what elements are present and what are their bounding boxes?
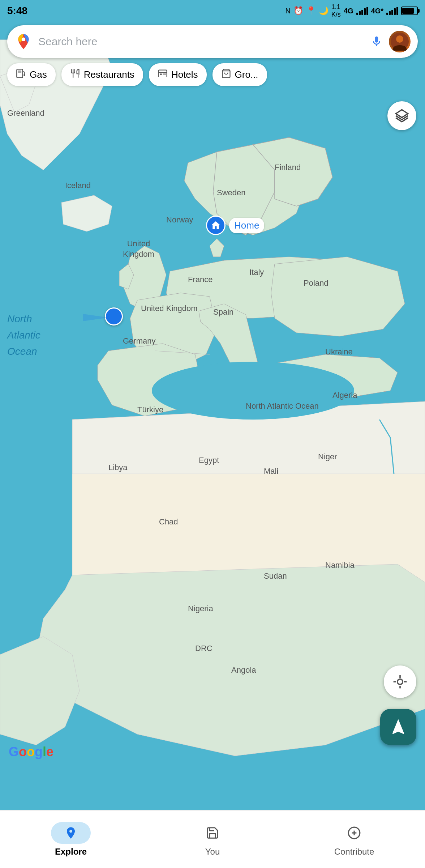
svg-point-2 — [398, 679, 403, 685]
google-g: G — [9, 744, 19, 759]
svg-point-7 — [22, 38, 25, 41]
label-uk: UnitedKingdom — [123, 239, 154, 259]
label-sweden: Sweden — [217, 188, 246, 197]
label-finland: Finland — [275, 163, 301, 172]
label-nigeria: Chad — [159, 517, 178, 527]
user-avatar[interactable] — [389, 31, 411, 52]
google-watermark: Google — [9, 744, 53, 760]
you-label: You — [205, 847, 220, 857]
location-icon: 📍 — [306, 6, 316, 16]
google-g2: g — [35, 744, 43, 759]
grocery-icon — [221, 68, 231, 81]
you-icon-wrap — [193, 822, 232, 844]
status-bar: 5:48 N ⏰ 📍 🌙 1.1K/s 4G 4G* — [0, 0, 425, 22]
label-france: United Kingdom — [141, 304, 198, 313]
map-area[interactable]: Greenland Iceland Norway Sweden Finland … — [0, 22, 425, 817]
network-4g-2: 4G* — [371, 7, 383, 15]
nav-contribute[interactable]: Contribute — [283, 822, 425, 857]
explore-icon-wrap — [51, 822, 91, 844]
label-turkey: Ukraine — [325, 347, 353, 357]
maps-logo — [14, 33, 33, 51]
label-spain: Germany — [123, 336, 155, 346]
label-sudan: Niger — [318, 452, 337, 461]
battery-indicator — [401, 7, 418, 15]
nav-you[interactable]: You — [142, 822, 283, 857]
map-svg — [0, 22, 425, 817]
label-tanzania: Namibia — [325, 561, 355, 570]
alarm-icon: ⏰ — [293, 6, 303, 16]
chip-hotels-label: Hotels — [171, 69, 198, 80]
label-greenland: Greenland — [7, 109, 44, 118]
signal-bars-2 — [386, 7, 398, 15]
explore-label: Explore — [55, 847, 87, 857]
label-norway: Norway — [166, 215, 193, 225]
svg-point-12 — [23, 74, 25, 76]
home-icon — [206, 216, 226, 235]
search-placeholder[interactable]: Search here — [38, 35, 369, 48]
signal-text: 1.1K/s — [331, 3, 341, 18]
svg-point-9 — [396, 35, 403, 43]
label-egypt: Algeria — [332, 391, 357, 400]
contribute-icon-wrap — [334, 822, 374, 844]
label-germany: France — [188, 275, 212, 284]
label-angola: Nigeria — [188, 604, 213, 613]
google-e: e — [46, 744, 53, 759]
label-iceland: Iceland — [65, 181, 91, 190]
chip-gas[interactable]: Gas — [7, 63, 56, 86]
gas-icon — [16, 68, 26, 81]
google-o1: o — [19, 744, 27, 759]
status-time: 5:48 — [7, 5, 27, 17]
chip-gas-label: Gas — [30, 69, 47, 80]
label-botswana: Angola — [231, 665, 256, 675]
moon-icon: 🌙 — [319, 6, 329, 16]
svg-rect-14 — [163, 73, 166, 75]
layer-toggle-button[interactable] — [387, 101, 416, 130]
nav-explore[interactable]: Explore — [0, 822, 142, 857]
svg-point-0 — [152, 362, 354, 420]
label-italy: Spain — [213, 307, 233, 317]
mic-button[interactable] — [369, 34, 385, 50]
chip-groceries[interactable]: Gro... — [212, 63, 267, 86]
location-dot-inner — [105, 307, 123, 326]
hotel-icon — [158, 68, 168, 81]
location-dot — [105, 307, 123, 326]
svg-point-13 — [160, 73, 162, 75]
restaurant-icon — [70, 68, 80, 81]
network-indicator: N — [285, 7, 290, 15]
svg-rect-10 — [17, 69, 22, 77]
chip-restaurants-label: Restaurants — [84, 69, 134, 80]
label-libya: North Atlantic Ocean — [246, 401, 319, 411]
network-4g: 4G — [344, 7, 353, 15]
label-drc: Sudan — [264, 571, 287, 581]
svg-rect-11 — [18, 71, 21, 73]
label-algeria: Türkiye — [137, 405, 163, 414]
label-north-atlantic: NorthAtlanticOcean — [7, 311, 40, 359]
label-poland: Italy — [249, 268, 264, 277]
status-icons: N ⏰ 📍 🌙 1.1K/s 4G 4G* — [285, 3, 418, 18]
label-ukraine: Poland — [304, 278, 329, 288]
my-location-button[interactable] — [384, 665, 416, 698]
label-chad: Mali — [264, 467, 278, 476]
category-chips: Gas Restaurants Hotels Gro... — [7, 63, 425, 86]
label-namibia: DRC — [195, 644, 212, 653]
search-bar[interactable]: Search here — [7, 25, 418, 58]
chip-hotels[interactable]: Hotels — [149, 63, 207, 86]
home-marker[interactable]: Home — [206, 216, 264, 235]
contribute-label: Contribute — [334, 847, 374, 857]
chip-groceries-label: Gro... — [235, 69, 258, 80]
label-mali: Libya — [108, 463, 128, 472]
home-label: Home — [229, 218, 264, 233]
navigate-button[interactable] — [380, 709, 416, 745]
bottom-navigation: Explore You Contribute — [0, 810, 425, 868]
signal-bars-1 — [356, 7, 368, 15]
google-l: l — [43, 744, 46, 759]
label-niger: Egypt — [199, 456, 219, 465]
google-o2: o — [27, 744, 35, 759]
chip-restaurants[interactable]: Restaurants — [61, 63, 143, 86]
